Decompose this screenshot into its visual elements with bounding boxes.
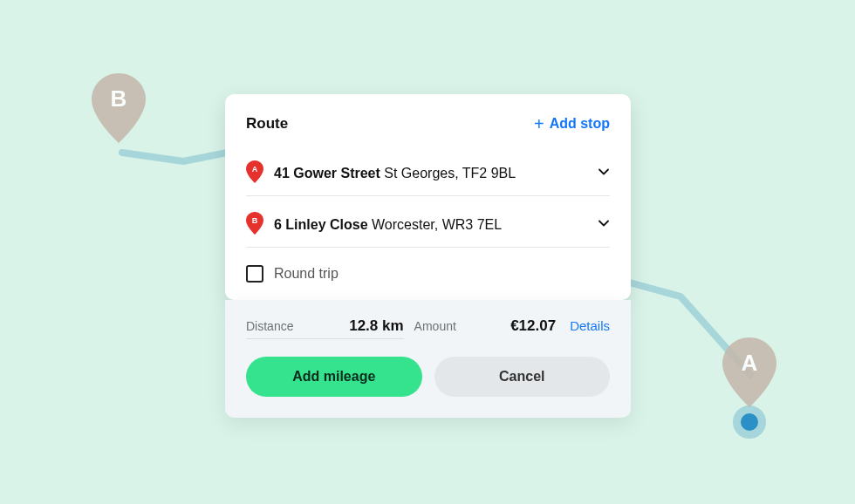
- svg-text:A: A: [742, 350, 758, 376]
- summary-footer: Distance 12.8 km Amount €12.07 Details A…: [225, 300, 631, 418]
- cancel-button[interactable]: Cancel: [434, 357, 611, 397]
- svg-text:B: B: [252, 216, 258, 225]
- chevron-down-icon: [598, 217, 610, 233]
- add-stop-label: Add stop: [550, 116, 610, 132]
- map-pin-b: B: [92, 73, 146, 148]
- stop-a-address: 41 Gower Street St Georges, TF2 9BL: [274, 166, 587, 181]
- svg-text:A: A: [252, 165, 258, 174]
- button-row: Add mileage Cancel: [246, 357, 610, 397]
- distance-label: Distance: [246, 319, 293, 333]
- distance-value: 12.8 km: [349, 317, 403, 335]
- stop-row-a[interactable]: A 41 Gower Street St Georges, TF2 9BL: [246, 152, 610, 196]
- amount-label: Amount: [414, 319, 456, 333]
- stop-b-address: 6 Linley Close Worcester, WR3 7EL: [274, 217, 587, 233]
- route-card: Route + Add stop A 41 Gower Street St Ge…: [225, 94, 631, 418]
- amount-value: €12.07: [510, 317, 556, 335]
- round-trip-checkbox[interactable]: Round trip: [246, 265, 610, 283]
- map-pin-a: A: [722, 337, 776, 412]
- add-stop-button[interactable]: + Add stop: [534, 115, 610, 133]
- card-title: Route: [246, 115, 288, 133]
- pin-a-icon: A: [246, 160, 263, 187]
- add-mileage-button[interactable]: Add mileage: [246, 357, 422, 397]
- round-trip-label: Round trip: [274, 266, 339, 282]
- summary-row: Distance 12.8 km Amount €12.07 Details: [246, 317, 610, 339]
- distance-field: Distance 12.8 km: [246, 317, 404, 339]
- pin-b-icon: B: [246, 212, 263, 238]
- svg-text:B: B: [111, 85, 127, 112]
- amount-field: Amount €12.07: [414, 317, 557, 338]
- details-link[interactable]: Details: [570, 318, 610, 333]
- plus-icon: +: [534, 115, 544, 133]
- chevron-down-icon: [598, 166, 610, 181]
- card-header: Route + Add stop: [246, 115, 610, 133]
- stop-row-b[interactable]: B 6 Linley Close Worcester, WR3 7EL: [246, 203, 610, 248]
- route-card-body: Route + Add stop A 41 Gower Street St Ge…: [225, 94, 631, 300]
- checkbox-icon: [246, 265, 263, 283]
